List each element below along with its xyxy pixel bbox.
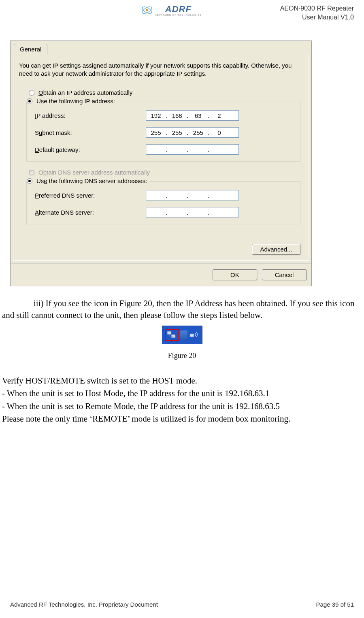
gateway-row: Default gateway: . . . [32, 144, 294, 155]
static-ip-group: Use the following IP address: IP address… [26, 102, 300, 162]
logo-subtext: ADVANCED RF TECHNOLOGIES [155, 14, 202, 16]
instruction-line: - When the unit is set to Remote Mode, t… [2, 400, 362, 413]
instruction-line: - When the unit is set to Host Mode, the… [2, 387, 362, 400]
network-connected-icon [166, 330, 177, 339]
ip-octet[interactable]: 192 [146, 112, 166, 119]
gateway-label: Default gateway: [32, 146, 146, 153]
ip-octet[interactable]: 255 [167, 129, 187, 136]
pref-dns-label: Preferred DNS server: [32, 192, 146, 199]
tab-bar: General [11, 41, 311, 54]
instruction-line: Please note the only time ‘REMOTE’ mode … [2, 413, 362, 426]
security-shield-icon [180, 330, 187, 339]
gateway-input[interactable]: . . . [146, 144, 239, 155]
svg-point-2 [146, 9, 148, 11]
footer-left: Advanced RF Technologies, Inc. Proprieta… [10, 601, 158, 608]
alt-dns-row: Alternate DNS server: . . . [32, 207, 294, 217]
tab-panel: You can get IP settings assigned automat… [13, 54, 309, 261]
radio-use-dns-row[interactable]: Use the following DNS server addresses: [27, 177, 149, 184]
figure-caption: Figure 20 [0, 352, 364, 360]
svg-rect-3 [167, 331, 171, 335]
ip-octet[interactable]: 255 [146, 129, 166, 136]
ip-octet[interactable]: 2 [210, 112, 229, 119]
instructions-list: Verify HOST/REMOTE switch is set to the … [2, 375, 362, 426]
adrf-logo-icon [141, 4, 153, 16]
ip-octet[interactable]: 255 [188, 129, 208, 136]
tab-general[interactable]: General [14, 44, 47, 54]
pref-dns-row: Preferred DNS server: . . . [32, 190, 294, 200]
ip-octet[interactable]: 168 [167, 112, 187, 119]
page-header: ADRF ADVANCED RF TECHNOLOGIES AEON-9030 … [0, 0, 364, 22]
doc-title: AEON-9030 RF Repeater [280, 4, 354, 13]
header-right: AEON-9030 RF Repeater User Manual V1.0 [280, 4, 354, 22]
dialog-container: General You can get IP settings assigned… [10, 40, 354, 287]
radio-icon[interactable] [29, 90, 34, 96]
cancel-button[interactable]: Cancel [262, 269, 307, 280]
tcpip-properties-dialog: General You can get IP settings assigned… [10, 40, 312, 287]
pref-dns-input[interactable]: . . . [146, 190, 239, 200]
radio-obtain-ip-row[interactable]: Obtain an IP address automatically [29, 89, 303, 96]
static-dns-group: Use the following DNS server addresses: … [26, 181, 300, 224]
advanced-button-row: Advanced... [19, 244, 303, 255]
system-tray [162, 326, 202, 344]
alt-dns-label: Alternate DNS server: [32, 209, 146, 216]
svg-rect-5 [190, 334, 194, 337]
ip-address-row: IP address: 192. 168. 63. 2 [32, 110, 294, 121]
logo-area: ADRF ADVANCED RF TECHNOLOGIES [10, 4, 280, 18]
ip-address-label: IP address: [32, 112, 146, 119]
doc-version: User Manual V1.0 [280, 13, 354, 22]
ip-octet[interactable]: 0 [210, 129, 229, 136]
subnet-input[interactable]: 255. 255. 255. 0 [146, 127, 239, 138]
tray-icon-figure [0, 326, 364, 344]
description-text: You can get IP settings assigned automat… [19, 62, 303, 78]
radio-use-ip-label: Use the following IP address: [36, 98, 115, 104]
para-iii: iii) If you see the icon in Figure 20, t… [2, 298, 362, 321]
subnet-label: Subnet mask: [32, 129, 146, 136]
radio-use-ip-row[interactable]: Use the following IP address: [27, 98, 117, 104]
body-paragraph: iii) If you see the icon in Figure 20, t… [2, 298, 362, 321]
page-footer: Advanced RF Technologies, Inc. Proprieta… [10, 601, 354, 608]
advanced-button[interactable]: Advanced... [252, 244, 300, 255]
logo-text: ADRF [155, 4, 202, 15]
radio-obtain-dns-label: Obtain DNS server address automatically [38, 169, 150, 176]
radio-use-dns-label: Use the following DNS server addresses: [36, 177, 147, 184]
radio-icon[interactable] [27, 98, 32, 104]
subnet-row: Subnet mask: 255. 255. 255. 0 [32, 127, 294, 138]
dialog-buttons: OK Cancel [11, 263, 311, 286]
footer-right: Page 39 of 51 [316, 601, 354, 608]
instruction-line: Verify HOST/REMOTE switch is set to the … [2, 375, 362, 388]
radio-icon [29, 170, 34, 175]
logo: ADRF ADVANCED RF TECHNOLOGIES [141, 4, 202, 16]
radio-icon[interactable] [27, 178, 32, 184]
ok-button[interactable]: OK [213, 269, 257, 280]
wireless-icon [189, 330, 200, 339]
alt-dns-input[interactable]: . . . [146, 207, 239, 217]
highlighted-icon [165, 329, 179, 341]
radio-obtain-ip-label: Obtain an IP address automatically [38, 89, 132, 96]
ip-octet[interactable]: 63 [188, 112, 208, 119]
radio-obtain-dns-row: Obtain DNS server address automatically [29, 169, 303, 176]
ip-address-input[interactable]: 192. 168. 63. 2 [146, 110, 239, 121]
